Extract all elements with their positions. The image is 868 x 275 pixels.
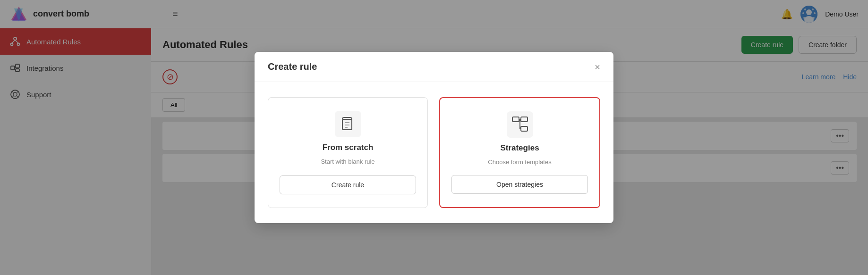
- create-rule-card-button[interactable]: Create rule: [280, 175, 416, 194]
- svg-rect-33: [521, 126, 528, 131]
- from-scratch-title: From scratch: [323, 143, 374, 152]
- svg-rect-32: [521, 117, 528, 122]
- strategies-desc: Choose form templates: [488, 158, 551, 166]
- svg-rect-27: [342, 119, 352, 130]
- from-scratch-card[interactable]: From scratch Start with blank rule Creat…: [268, 97, 428, 208]
- modal-overlay[interactable]: Create rule × From scratch Start with bl…: [0, 0, 868, 275]
- open-strategies-button[interactable]: Open strategies: [451, 175, 588, 194]
- strategies-title: Strategies: [500, 143, 539, 153]
- create-rule-modal: Create rule × From scratch Start with bl…: [255, 52, 613, 223]
- from-scratch-desc: Start with blank rule: [321, 158, 374, 165]
- strategies-icon: [507, 111, 533, 138]
- strategies-card[interactable]: Strategies Choose form templates Open st…: [439, 97, 600, 208]
- from-scratch-icon: [335, 111, 361, 137]
- modal-body: From scratch Start with blank rule Creat…: [255, 82, 613, 223]
- modal-title: Create rule: [268, 61, 317, 72]
- modal-header: Create rule ×: [255, 52, 613, 82]
- svg-rect-31: [512, 117, 519, 122]
- modal-close-button[interactable]: ×: [595, 62, 600, 72]
